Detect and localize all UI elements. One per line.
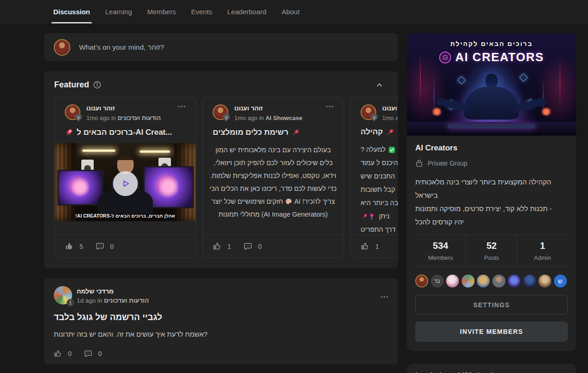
tab-leaderboard[interactable]: Leaderboard — [227, 0, 266, 23]
avatar[interactable]: 3 — [361, 104, 376, 120]
avatar[interactable] — [54, 39, 70, 56]
info-icon[interactable] — [93, 81, 101, 89]
featured-header: Featured — [54, 80, 388, 90]
banner-subtitle: ברוכים הבאים לקהילת — [407, 40, 576, 47]
level-badge: 3 — [223, 114, 230, 121]
leaderboard-card: Leaderboard (30-days) — [407, 364, 576, 373]
studio-light — [82, 149, 115, 152]
post-menu-icon[interactable] — [380, 286, 388, 304]
category-link[interactable]: AI Showcase — [266, 115, 302, 121]
stat-posts: 52 Posts — [466, 235, 517, 266]
like-count: 1 — [375, 243, 379, 250]
video-caption: אהלן חברים, ברוכים הבאים ל-AI CREATORS! — [55, 213, 196, 218]
member-avatar[interactable]: בד — [431, 275, 444, 287]
featured-title: Featured — [54, 80, 89, 90]
member-avatar[interactable] — [462, 275, 475, 287]
tab-events[interactable]: Events — [191, 0, 212, 23]
post-meta: 1mo ago in הודעות ועדכונים — [86, 115, 161, 121]
post-body: בעולם היצירה עם בינה מלאכותית יש המון כל… — [203, 143, 344, 221]
post-footer: 1 — [351, 235, 398, 258]
post-body: ? למעלה היכנס ל עמוד התכנים שיש קבל תשוב… — [351, 143, 398, 235]
stat-members: 534 Members — [415, 235, 466, 266]
thumbs-up-icon — [54, 350, 62, 358]
post-body: אשמח לדעת איך עושים את זה. והאם יש בזה י… — [54, 330, 388, 338]
thumbs-up-icon — [65, 242, 74, 251]
member-avatar[interactable] — [477, 275, 490, 287]
chevron-up-icon[interactable] — [376, 81, 383, 89]
level-badge: 3 — [75, 114, 82, 121]
level-badge: 1 — [67, 299, 74, 306]
author-name: זוהר וענונו — [86, 105, 161, 112]
tab-learning[interactable]: Learning — [105, 0, 132, 23]
avatar[interactable]: 3 — [65, 104, 80, 120]
tab-about[interactable]: About — [282, 0, 300, 23]
top-nav: Discussion Learning Members Events Leade… — [0, 0, 588, 23]
feed-column: What's on your mind, זוהר? Featured — [44, 33, 398, 373]
post-meta: 1d ago in הודעות ועדכונים — [77, 298, 149, 304]
play-button-icon[interactable] — [113, 171, 138, 196]
post-composer[interactable]: What's on your mind, זוהר? — [44, 33, 398, 61]
comment-count: 0 — [258, 243, 262, 250]
avatar[interactable]: 1 — [54, 286, 72, 304]
tab-discussion[interactable]: Discussion — [53, 0, 90, 23]
member-avatar[interactable] — [415, 275, 428, 287]
privacy-label: Private Group — [428, 160, 467, 167]
post-footer: 5 0 — [55, 235, 196, 258]
member-avatar[interactable] — [446, 275, 459, 287]
settings-button[interactable]: SETTINGS — [415, 295, 568, 315]
feed-post[interactable]: 1 מרדכי שלמה 1d ago in הודעות ועדכונים ל… — [44, 278, 398, 364]
featured-card-community[interactable]: 3 זוהר וענונו 1mo ago in קהילה — [350, 97, 398, 258]
comment-icon — [84, 350, 92, 358]
author-name: זוהר וענונו — [382, 105, 398, 112]
post-title: ברוכים הבאים ל-AI Creat... — [55, 128, 196, 137]
monitor-left — [57, 170, 103, 206]
thumbs-up-icon — [361, 242, 369, 251]
post-title: רשימת כלים מומלצים — [203, 128, 344, 137]
category-link[interactable]: הודעות ועדכונים — [104, 297, 149, 304]
comment-count: 0 — [98, 350, 102, 357]
avatar[interactable]: 3 — [213, 104, 228, 120]
comment-icon — [243, 242, 252, 251]
featured-carousel: 3 זוהר וענונו 1mo ago in הודעות ועדכונים — [54, 97, 398, 258]
post-title: קהילה — [351, 128, 398, 137]
post-meta: 1mo ago in AI Showcase — [234, 115, 302, 121]
comment-count: 0 — [110, 243, 114, 250]
comment-button[interactable]: 0 — [243, 242, 262, 251]
author-name: מרדכי שלמה — [77, 288, 149, 294]
post-menu-icon[interactable] — [178, 104, 186, 108]
tab-members[interactable]: Members — [147, 0, 176, 23]
like-button[interactable]: 1 — [361, 242, 379, 251]
level-badge: 3 — [371, 114, 378, 121]
member-avatar[interactable]: ש — [554, 275, 567, 287]
like-count: 5 — [79, 243, 83, 250]
group-banner-image: ברוכים הבאים לקהילת AI CREATORS — [407, 33, 576, 136]
comment-button[interactable]: 0 — [96, 242, 114, 251]
pushpin-emoji — [292, 128, 300, 137]
banner-title: AI CREATORS — [455, 50, 544, 64]
like-count: 1 — [227, 243, 231, 250]
video-thumbnail[interactable]: אהלן חברים, ברוכים הבאים ל-AI CREATORS! — [55, 143, 196, 221]
invite-members-button[interactable]: INVITE MEMBERS — [415, 321, 568, 342]
featured-section: Featured 3 — [44, 71, 398, 268]
stat-admin: 1 Admin — [517, 235, 568, 266]
group-sidebar: ברוכים הבאים לקהילת AI CREATORS AI Creat… — [407, 33, 576, 373]
group-description: הקהילה המקצועית ביותר ליוצרי בינה מלאכות… — [415, 175, 568, 229]
featured-card-tools[interactable]: 3 זוהר וענונו 1mo ago in AI Showcase — [202, 97, 344, 258]
like-button[interactable]: 0 — [54, 350, 72, 358]
member-avatar[interactable] — [492, 275, 505, 287]
group-card: ברוכים הבאים לקהילת AI CREATORS AI Creat… — [407, 33, 576, 351]
member-avatar[interactable] — [508, 275, 520, 287]
member-avatar[interactable] — [538, 275, 551, 287]
post-meta: 1mo ago in — [382, 115, 398, 121]
lock-icon — [415, 159, 423, 167]
post-menu-icon[interactable] — [326, 104, 334, 108]
comment-button[interactable]: 0 — [84, 350, 102, 358]
like-button[interactable]: 1 — [213, 242, 231, 251]
like-button[interactable]: 5 — [65, 242, 83, 251]
rocket-emoji — [65, 128, 74, 137]
group-name: AI Creators — [415, 143, 568, 153]
category-link[interactable]: הודעות ועדכונים — [118, 115, 161, 121]
post-footer: 1 0 — [203, 235, 344, 258]
featured-card-welcome[interactable]: 3 זוהר וענונו 1mo ago in הודעות ועדכונים — [54, 97, 196, 258]
member-avatar[interactable] — [523, 275, 536, 287]
